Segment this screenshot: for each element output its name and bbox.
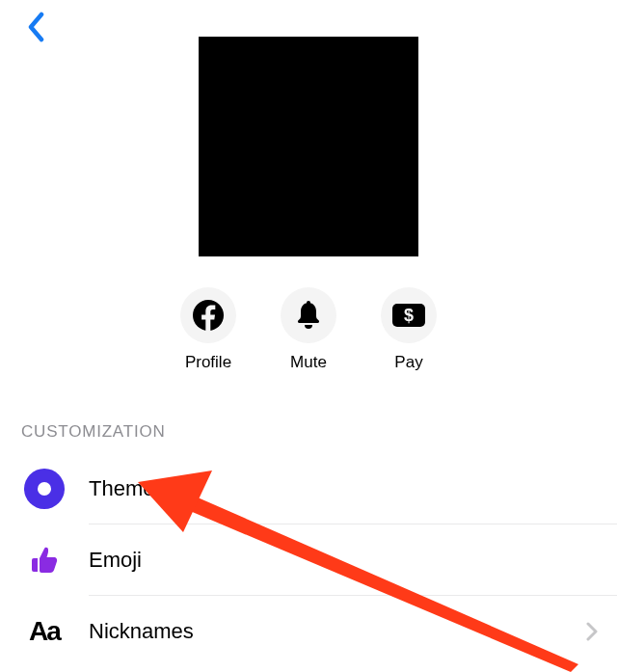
- customization-menu: Theme Emoji Aa Nicknames: [0, 453, 617, 667]
- menu-text-wrap: Theme: [89, 453, 617, 524]
- action-circle: [180, 287, 236, 343]
- menu-icon-wrap: Aa: [0, 616, 89, 647]
- menu-icon-wrap: [0, 469, 89, 509]
- profile-action-label: Profile: [185, 353, 231, 372]
- pay-action-label: Pay: [394, 353, 422, 372]
- emoji-label: Emoji: [89, 548, 598, 573]
- emoji-menu-item[interactable]: Emoji: [0, 524, 617, 596]
- bell-icon: [294, 300, 323, 331]
- pay-action[interactable]: $ Pay: [381, 287, 437, 372]
- nicknames-menu-item[interactable]: Aa Nicknames: [0, 596, 617, 667]
- theme-label: Theme: [89, 476, 598, 501]
- profile-image[interactable]: [199, 37, 418, 256]
- action-circle: [281, 287, 336, 343]
- svg-point-1: [307, 301, 310, 305]
- customization-section-header: CUSTOMIZATION: [21, 422, 166, 442]
- theme-swatch-icon: [24, 469, 65, 509]
- theme-swatch-inner: [38, 482, 51, 496]
- pay-icon: $: [391, 303, 426, 328]
- back-button[interactable]: [17, 8, 56, 46]
- nicknames-label: Nicknames: [89, 619, 586, 644]
- theme-menu-item[interactable]: Theme: [0, 453, 617, 524]
- menu-text-wrap: Nicknames: [89, 596, 617, 667]
- menu-icon-wrap: [0, 543, 89, 578]
- action-row: Profile Mute $ Pay: [0, 287, 617, 372]
- thumbs-up-icon: [27, 543, 62, 578]
- mute-action[interactable]: Mute: [281, 287, 336, 372]
- aa-icon: Aa: [29, 616, 60, 647]
- action-circle: $: [381, 287, 437, 343]
- profile-action[interactable]: Profile: [180, 287, 236, 372]
- menu-text-wrap: Emoji: [89, 524, 617, 596]
- svg-text:$: $: [404, 306, 414, 325]
- facebook-icon: [192, 299, 225, 332]
- chevron-left-icon: [27, 12, 46, 42]
- mute-action-label: Mute: [290, 353, 327, 372]
- chevron-right-icon: [586, 622, 598, 641]
